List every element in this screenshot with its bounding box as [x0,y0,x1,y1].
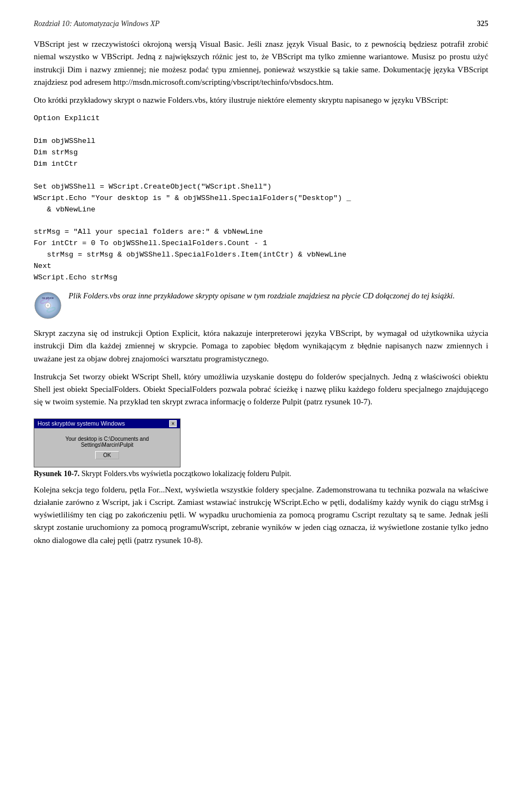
figure-caption-text: Skrypt Folders.vbs wyświetla początkowo … [82,470,291,478]
figure-caption: Rysunek 10-7. Skrypt Folders.vbs wyświet… [34,470,488,478]
code-block: Option Explicit Dim objWSShell Dim strMs… [34,113,488,284]
figure-content: Your desktop is C:\Documents and Setting… [34,428,180,467]
paragraph-4: Instrukcja Set tworzy obiekt WScript She… [34,371,488,409]
figure-area: Host skryptów systemu Windows × Your des… [34,419,488,478]
paragraph-2: Oto krótki przykładowy skrypt o nazwie F… [34,94,488,107]
svg-point-2 [47,304,49,307]
page-number: 325 [477,20,488,28]
figure-label: Rysunek 10-7. [34,470,79,478]
figure-text-line: Your desktop is C:\Documents and Setting… [39,436,176,448]
figure-title-bar: Host skryptów systemu Windows × [34,419,180,428]
paragraph-1: VBScript jest w rzeczywistości okrojoną … [34,38,488,89]
figure-close-button[interactable]: × [169,420,177,427]
figure-ok-button[interactable]: OK [95,451,119,459]
svg-text:na płycie: na płycie [42,296,54,299]
note-text: Plik Folders.vbs oraz inne przykładowe s… [69,290,455,302]
cd-icon: na płycie [34,291,62,320]
note-box: na płycie Plik Folders.vbs oraz inne prz… [34,290,488,320]
paragraph-5: Kolejna sekcja tego folderu, pętla For..… [34,484,488,547]
figure-window-title: Host skryptów systemu Windows [38,420,125,427]
page-header: Rozdział 10: Automatyzacja Windows XP 32… [34,20,488,28]
page: Rozdział 10: Automatyzacja Windows XP 32… [0,0,522,812]
paragraph-3: Skrypt zaczyna się od instrukcji Option … [34,327,488,365]
figure-image: Host skryptów systemu Windows × Your des… [34,419,181,467]
chapter-title: Rozdział 10: Automatyzacja Windows XP [34,20,160,28]
